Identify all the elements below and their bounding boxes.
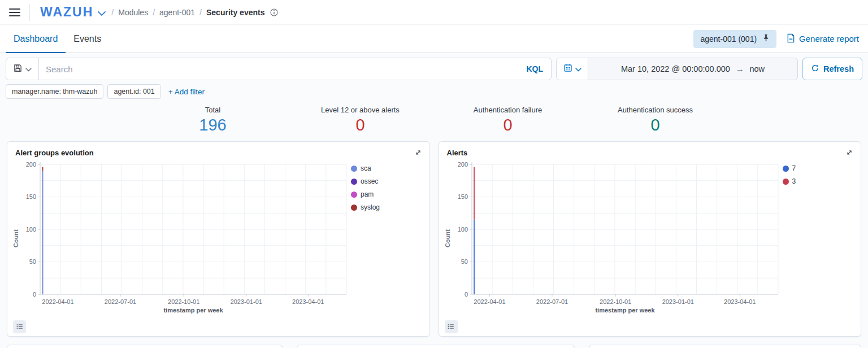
svg-text:2023-04-01: 2023-04-01 [724, 298, 756, 305]
saved-query-menu-button[interactable] [6, 58, 39, 80]
agent-badge-label: agent-001 (001) [700, 34, 757, 44]
legend-dot [351, 166, 357, 172]
menu-icon[interactable] [9, 8, 20, 16]
breadcrumb-current: Security events [206, 8, 265, 17]
legend-dot [351, 179, 357, 185]
generate-report-button[interactable]: Generate report [787, 33, 859, 45]
breadcrumb-agent[interactable]: agent-001 [159, 8, 195, 17]
chevron-down-icon [575, 64, 581, 74]
panel-title: Alerts [447, 149, 468, 157]
legend-item-ossec[interactable]: ossec [351, 177, 380, 185]
legend-dot [783, 166, 789, 172]
stat-value[interactable]: 0 [287, 116, 434, 134]
breadcrumb-separator: / [153, 8, 155, 17]
svg-text:2022-04-01: 2022-04-01 [474, 298, 505, 305]
svg-text:50: 50 [29, 258, 36, 265]
generate-report-label: Generate report [799, 34, 859, 44]
refresh-label: Refresh [823, 64, 854, 73]
panel-alerts: Alerts Count 0501001502002022-04-012022-… [439, 141, 862, 337]
legend-toggle-button[interactable] [445, 320, 458, 333]
kql-language-button[interactable]: KQL [518, 64, 551, 73]
svg-text:150: 150 [26, 193, 36, 200]
svg-text:200: 200 [26, 161, 36, 168]
date-range-display[interactable]: Mar 10, 2022 @ 00:00:00.000 → now [588, 64, 797, 73]
chart-legend: 7 3 [783, 160, 796, 317]
svg-text:2022-10-01: 2022-10-01 [600, 298, 631, 305]
stat-total: Total 196 [139, 106, 287, 134]
stat-label: Authentication success [581, 106, 729, 114]
legend-label: pam [361, 190, 374, 198]
partial-panel [297, 345, 575, 348]
date-quick-select-button[interactable] [557, 58, 588, 80]
search-input[interactable] [39, 64, 518, 74]
stat-auth-success: Authentication success 0 [581, 106, 729, 134]
stat-value[interactable]: 0 [581, 116, 729, 134]
stat-label: Authentication failure [434, 106, 581, 114]
svg-text:2023-01-01: 2023-01-01 [662, 298, 693, 305]
tab-bar: Dashboard Events agent-001 (001) Generat… [0, 25, 868, 53]
tab-events[interactable]: Events [66, 25, 109, 53]
chevron-down-icon [25, 64, 32, 74]
stat-value[interactable]: 0 [434, 116, 581, 134]
legend-dot [351, 205, 357, 211]
header-divider [29, 4, 30, 21]
svg-text:200: 200 [457, 161, 467, 168]
svg-text:100: 100 [26, 226, 36, 233]
legend-item-level-7[interactable]: 7 [783, 164, 796, 172]
refresh-button[interactable]: Refresh [802, 58, 862, 80]
svg-text:2023-01-01: 2023-01-01 [231, 298, 262, 305]
next-row-panels [7, 345, 861, 348]
add-filter-button[interactable]: + Add filter [168, 88, 205, 96]
refresh-icon [811, 64, 819, 74]
legend-item-sca[interactable]: sca [351, 164, 380, 172]
y-axis-title: Count [12, 229, 19, 247]
panel-title: Alert groups evolution [15, 149, 94, 157]
svg-text:50: 50 [461, 258, 467, 265]
svg-text:0: 0 [33, 291, 36, 298]
date-range-arrow: → [736, 64, 744, 73]
y-axis-title: Count [444, 229, 451, 247]
legend-item-level-3[interactable]: 3 [783, 177, 796, 185]
chevron-down-icon[interactable] [98, 8, 106, 19]
calendar-icon [563, 63, 572, 75]
tab-dashboard[interactable]: Dashboard [6, 25, 66, 53]
legend-label: ossec [361, 177, 378, 185]
wazuh-logo[interactable]: WAZUH [40, 5, 93, 20]
svg-text:2022-10-01: 2022-10-01 [168, 298, 199, 305]
chart-legend: sca ossec pam syslog [351, 160, 380, 317]
legend-label: syslog [361, 203, 380, 211]
stat-label: Level 12 or above alerts [287, 106, 434, 114]
partial-panel [7, 345, 283, 348]
filter-bar: manager.name: thm-wazuh agent.id: 001 + … [6, 84, 862, 99]
stat-value[interactable]: 196 [139, 116, 287, 134]
stat-level12-alerts: Level 12 or above alerts 0 [287, 106, 434, 134]
top-header: WAZUH / Modules / agent-001 / Security e… [0, 0, 868, 25]
pin-icon[interactable] [762, 34, 770, 44]
date-picker: Mar 10, 2022 @ 00:00:00.000 → now [556, 58, 798, 80]
expand-icon[interactable] [844, 147, 855, 160]
legend-label: sca [361, 164, 371, 172]
query-bar: KQL Mar 10, 2022 @ 00:00:00.000 → now Re… [6, 58, 862, 80]
stat-label: Total [139, 106, 287, 114]
expand-icon[interactable] [413, 147, 424, 160]
agent-pinned-badge[interactable]: agent-001 (001) [693, 30, 776, 48]
date-end[interactable]: now [749, 64, 765, 73]
filter-pill-agent-id[interactable]: agent.id: 001 [107, 84, 160, 99]
legend-dot [351, 192, 357, 198]
info-icon[interactable] [270, 8, 278, 16]
svg-text:150: 150 [457, 193, 467, 200]
legend-dot [783, 179, 789, 185]
svg-text:2023-04-01: 2023-04-01 [292, 298, 324, 305]
filter-pill-manager-name[interactable]: manager.name: thm-wazuh [6, 84, 103, 99]
svg-text:timestamp per week: timestamp per week [163, 307, 223, 314]
legend-item-pam[interactable]: pam [351, 190, 380, 198]
legend-toggle-button[interactable] [13, 320, 26, 333]
stats-row: Total 196 Level 12 or above alerts 0 Aut… [0, 106, 868, 134]
breadcrumb-modules[interactable]: Modules [118, 8, 148, 17]
svg-text:100: 100 [457, 226, 467, 233]
alerts-chart[interactable]: 0501001502002022-04-012022-07-012022-10-… [453, 160, 780, 314]
alert-groups-evolution-chart[interactable]: 0501001502002022-04-012022-07-012022-10-… [21, 160, 349, 314]
date-start[interactable]: Mar 10, 2022 @ 00:00:00.000 [621, 64, 730, 73]
legend-item-syslog[interactable]: syslog [351, 203, 380, 211]
svg-text:2022-04-01: 2022-04-01 [42, 298, 73, 305]
